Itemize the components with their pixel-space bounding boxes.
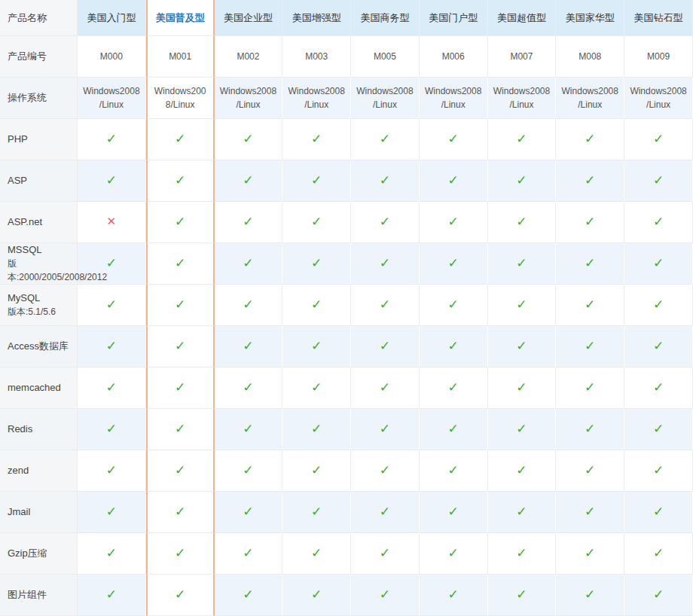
feature-row: Redis✓✓✓✓✓✓✓✓✓ bbox=[0, 409, 693, 450]
feature-cell: ✓ bbox=[488, 533, 557, 575]
check-icon: ✓ bbox=[516, 422, 527, 436]
check-icon: ✓ bbox=[448, 505, 459, 519]
feature-label: PHP bbox=[8, 133, 72, 146]
check-icon: ✓ bbox=[448, 422, 459, 436]
check-icon: ✓ bbox=[380, 463, 390, 477]
feature-cell: ✓ bbox=[420, 492, 488, 533]
product-header-M009[interactable]: 美国钻石型 bbox=[624, 0, 693, 36]
feature-row-label: Gzip压缩 bbox=[0, 533, 78, 575]
check-icon: ✓ bbox=[653, 463, 664, 477]
feature-cell: ✓ bbox=[146, 533, 215, 575]
check-icon: ✓ bbox=[448, 297, 459, 312]
product-header-M003[interactable]: 美国增强型 bbox=[282, 0, 351, 36]
product-header-M008[interactable]: 美国家华型 bbox=[556, 0, 624, 36]
feature-cell: ✕ bbox=[78, 202, 146, 243]
feature-cell: ✓ bbox=[420, 450, 488, 492]
feature-cell: ✓ bbox=[215, 492, 283, 533]
check-icon: ✓ bbox=[516, 256, 527, 270]
feature-cell: ✓ bbox=[282, 492, 351, 533]
check-icon: ✓ bbox=[106, 339, 117, 353]
product-header-M000[interactable]: 美国入门型 bbox=[78, 0, 146, 36]
product-comparison-table: 产品名称美国入门型美国普及型美国企业型美国增强型美国商务型美国门户型美国超值型美… bbox=[0, 0, 693, 616]
feature-cell: ✓ bbox=[215, 285, 283, 326]
check-icon: ✓ bbox=[653, 587, 664, 602]
check-icon: ✓ bbox=[175, 422, 185, 436]
row-label-os: 操作系统 bbox=[0, 78, 78, 119]
feature-cell: ✓ bbox=[146, 409, 215, 450]
check-icon: ✓ bbox=[653, 215, 664, 229]
feature-cell: ✓ bbox=[146, 285, 215, 326]
feature-row: ASP.net✕✓✓✓✓✓✓✓✓ bbox=[0, 202, 693, 243]
product-header-M007[interactable]: 美国超值型 bbox=[488, 0, 557, 36]
check-icon: ✓ bbox=[243, 132, 253, 146]
check-icon: ✓ bbox=[106, 422, 117, 436]
feature-cell: ✓ bbox=[78, 119, 146, 160]
os-cell: Windows2008/Linux bbox=[215, 78, 283, 119]
check-icon: ✓ bbox=[653, 297, 664, 312]
feature-label: 图片组件 bbox=[8, 588, 72, 602]
product-header-M006[interactable]: 美国门户型 bbox=[420, 0, 488, 36]
feature-cell: ✓ bbox=[282, 160, 351, 202]
feature-row-label: ASP bbox=[0, 160, 78, 202]
feature-cell: ✓ bbox=[351, 160, 420, 202]
feature-row: Access数据库✓✓✓✓✓✓✓✓✓ bbox=[0, 326, 693, 367]
feature-cell: ✓ bbox=[624, 575, 693, 616]
feature-cell: ✓ bbox=[624, 533, 693, 575]
check-icon: ✓ bbox=[380, 215, 390, 229]
check-icon: ✓ bbox=[106, 546, 117, 560]
check-icon: ✓ bbox=[311, 215, 322, 229]
feature-cell: ✓ bbox=[282, 285, 351, 326]
check-icon: ✓ bbox=[448, 215, 459, 229]
product-header-M002[interactable]: 美国企业型 bbox=[215, 0, 283, 36]
feature-cell: ✓ bbox=[556, 492, 624, 533]
check-icon: ✓ bbox=[106, 173, 117, 188]
check-icon: ✓ bbox=[311, 132, 322, 146]
feature-cell: ✓ bbox=[215, 119, 283, 160]
feature-cell: ✓ bbox=[215, 575, 283, 616]
feature-cell: ✓ bbox=[624, 450, 693, 492]
check-icon: ✓ bbox=[175, 215, 185, 229]
check-icon: ✓ bbox=[243, 505, 253, 519]
feature-cell: ✓ bbox=[420, 243, 488, 285]
check-icon: ✓ bbox=[380, 587, 390, 602]
feature-cell: ✓ bbox=[420, 119, 488, 160]
feature-cell: ✓ bbox=[488, 575, 557, 616]
product-header-M001[interactable]: 美国普及型 bbox=[146, 0, 215, 36]
feature-cell: ✓ bbox=[215, 533, 283, 575]
product-code-cell: M002 bbox=[215, 36, 283, 78]
check-icon: ✓ bbox=[311, 339, 322, 353]
feature-cell: ✓ bbox=[215, 202, 283, 243]
feature-cell: ✓ bbox=[624, 243, 693, 285]
feature-cell: ✓ bbox=[215, 326, 283, 367]
check-icon: ✓ bbox=[516, 297, 527, 312]
feature-cell: ✓ bbox=[282, 450, 351, 492]
feature-cell: ✓ bbox=[556, 326, 624, 367]
feature-cell: ✓ bbox=[420, 326, 488, 367]
feature-label: Jmail bbox=[8, 505, 72, 519]
feature-cell: ✓ bbox=[556, 285, 624, 326]
check-icon: ✓ bbox=[311, 380, 322, 395]
os-cell: Windows2008/Linux bbox=[488, 78, 557, 119]
feature-cell: ✓ bbox=[78, 575, 146, 616]
check-icon: ✓ bbox=[311, 256, 322, 270]
feature-cell: ✓ bbox=[146, 243, 215, 285]
check-icon: ✓ bbox=[448, 380, 459, 395]
feature-cell: ✓ bbox=[556, 243, 624, 285]
check-icon: ✓ bbox=[175, 587, 185, 602]
check-icon: ✓ bbox=[380, 422, 390, 436]
feature-cell: ✓ bbox=[351, 492, 420, 533]
product-code-cell: M008 bbox=[556, 36, 624, 78]
feature-cell: ✓ bbox=[78, 492, 146, 533]
product-header-M005[interactable]: 美国商务型 bbox=[351, 0, 420, 36]
check-icon: ✓ bbox=[653, 256, 664, 270]
os-cell: Windows2008/Linux bbox=[78, 78, 146, 119]
feature-cell: ✓ bbox=[488, 285, 557, 326]
feature-cell: ✓ bbox=[420, 160, 488, 202]
feature-sublabel: 版本:2000/2005/2008/2012 bbox=[8, 257, 72, 284]
check-icon: ✓ bbox=[311, 546, 322, 560]
check-icon: ✓ bbox=[380, 173, 390, 188]
check-icon: ✓ bbox=[106, 505, 117, 519]
feature-cell: ✓ bbox=[351, 285, 420, 326]
feature-label: Redis bbox=[8, 422, 72, 436]
check-icon: ✓ bbox=[311, 173, 322, 188]
